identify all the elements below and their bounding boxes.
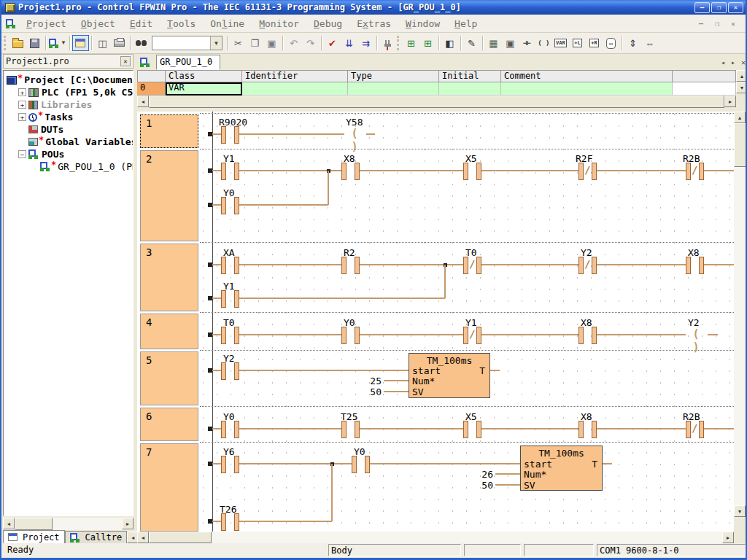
find-button[interactable] xyxy=(133,35,150,51)
rung-4-header[interactable]: 4 xyxy=(140,314,198,349)
open-project-button[interactable] xyxy=(9,35,26,51)
contact[interactable] xyxy=(341,257,360,273)
tree-item-tasks[interactable]: +*Tasks xyxy=(4,111,133,123)
print-button[interactable] xyxy=(111,35,128,51)
grid-hscrollbar[interactable]: ◂▸ xyxy=(137,96,736,108)
contact[interactable] xyxy=(221,421,239,437)
tree-item-libraries[interactable]: +Libraries xyxy=(4,98,133,111)
expand-toggle[interactable]: + xyxy=(18,88,26,96)
menu-edit[interactable]: Edit xyxy=(123,16,160,31)
menu-project[interactable]: Project xyxy=(19,16,74,31)
contact[interactable] xyxy=(221,257,239,273)
close-button[interactable]: ✕ xyxy=(728,2,743,13)
contact[interactable] xyxy=(463,421,481,437)
menu-online[interactable]: Online xyxy=(203,16,252,31)
scroll-right-button[interactable]: ▸ xyxy=(122,518,133,529)
grid-cell-class[interactable]: VAR xyxy=(166,82,242,96)
tab-gr-pou-1-0[interactable]: GR_POU_1_0 xyxy=(156,55,220,70)
coil[interactable]: ( ) xyxy=(344,127,366,141)
scroll-thumb[interactable] xyxy=(15,518,53,530)
menu-help[interactable]: Help xyxy=(447,16,484,31)
scroll-right-button[interactable]: ▸ xyxy=(722,532,734,543)
menu-window[interactable]: Window xyxy=(398,16,447,31)
expand-toggle[interactable]: − xyxy=(18,150,26,158)
coil[interactable]: ( ) xyxy=(686,327,708,342)
rung-6-header[interactable]: 6 xyxy=(140,408,198,441)
compile-all-button[interactable]: ⇉ xyxy=(357,35,374,51)
grid-vscrollbar[interactable]: ▴▾ xyxy=(736,70,747,96)
tree-item-project-c-documents[interactable]: *Project [C:\Documents xyxy=(4,74,133,86)
contact[interactable] xyxy=(352,456,370,472)
scroll-left-button[interactable]: ◂ xyxy=(137,96,149,107)
scroll-up-button[interactable]: ▴ xyxy=(734,112,746,123)
contact[interactable] xyxy=(221,327,239,343)
copy-button[interactable]: ❐ xyxy=(247,35,263,51)
negated-contact[interactable]: / xyxy=(463,257,481,273)
doc-next-button[interactable]: ▸ xyxy=(731,58,735,66)
rung-1-header[interactable]: 1 xyxy=(140,114,198,148)
sidebar-tab-project[interactable]: Project xyxy=(3,530,65,543)
insert-coil-button[interactable]: ( ) xyxy=(535,35,552,51)
rung-2-header[interactable]: 2 xyxy=(140,150,198,241)
grid-cell-type[interactable] xyxy=(348,82,439,96)
insert-network-after-button[interactable]: ⊞ xyxy=(419,35,436,51)
child-close-button[interactable]: ✕ xyxy=(728,20,738,28)
scroll-left-button[interactable]: ◂ xyxy=(3,518,15,529)
contact[interactable] xyxy=(686,257,704,273)
scroll-thumb[interactable] xyxy=(149,532,212,543)
project-panel-close-button[interactable]: ✕ xyxy=(120,56,131,66)
contact[interactable] xyxy=(221,126,239,142)
compile-incremental-button[interactable]: ⇊ xyxy=(341,35,357,51)
contact[interactable] xyxy=(341,421,360,437)
function-block-tm_100ms[interactable]: TM_100msstartNum*SVT xyxy=(409,353,490,398)
tree-item-global-variables[interactable]: *Global Variables xyxy=(4,136,133,148)
edit-mode-button[interactable]: ✎ xyxy=(463,35,480,51)
doc-prev-button[interactable]: ◂ xyxy=(721,58,725,66)
negated-contact[interactable]: / xyxy=(463,327,481,343)
contact[interactable] xyxy=(341,163,360,179)
horizontal-space-button[interactable]: ⇔ xyxy=(641,35,658,51)
vertical-space-button[interactable]: ⇕ xyxy=(624,35,641,51)
show-pou-window-button[interactable] xyxy=(72,35,89,51)
insert-network-before-button[interactable]: ⊞ xyxy=(403,35,419,51)
grid-cell-initial[interactable] xyxy=(439,82,501,96)
rung-3-header[interactable]: 3 xyxy=(140,244,198,311)
function-block-tm_100ms[interactable]: TM_100msstartNum*SVT xyxy=(520,446,603,491)
minimize-button[interactable]: — xyxy=(694,2,710,13)
contact[interactable] xyxy=(221,456,239,472)
tree-item-duts[interactable]: DUTs xyxy=(4,123,133,136)
variable-grid-button[interactable]: ▦ xyxy=(485,35,502,51)
check-pou-button[interactable]: ✔ xyxy=(324,35,341,51)
project-tree-hscrollbar[interactable]: ◂ ▸ xyxy=(3,518,133,530)
network-block-button[interactable]: ◧ xyxy=(441,35,458,51)
contact[interactable] xyxy=(221,362,239,378)
operand-label[interactable]: Y2 xyxy=(688,317,700,328)
child-minimize-button[interactable]: — xyxy=(696,20,706,28)
input-left-button[interactable]: +L xyxy=(569,35,586,51)
paste-button[interactable]: ▣ xyxy=(263,35,280,51)
rung-5-header[interactable]: 5 xyxy=(140,351,198,405)
contact[interactable] xyxy=(578,327,597,343)
scroll-down-button[interactable]: ▾ xyxy=(736,82,747,93)
input-value[interactable]: 50 xyxy=(470,480,493,491)
tree-item-gr-pou-1-0-prg[interactable]: *GR_POU_1_0 (PRG) xyxy=(4,160,133,173)
menu-debug[interactable]: Debug xyxy=(306,16,349,31)
function-block-button[interactable]: ▣ xyxy=(502,35,519,51)
scroll-down-button[interactable]: ▾ xyxy=(734,505,746,517)
contact[interactable] xyxy=(221,513,239,529)
child-restore-button[interactable]: ❐ xyxy=(712,20,722,28)
grid-cell-identifier[interactable] xyxy=(242,82,348,96)
comment-button[interactable]: … xyxy=(603,35,619,51)
save-project-button[interactable] xyxy=(26,35,43,51)
negated-contact[interactable]: / xyxy=(686,421,704,437)
contact[interactable] xyxy=(463,163,481,179)
cut-button[interactable]: ✂ xyxy=(230,35,247,51)
operand-label[interactable]: Y58 xyxy=(346,117,363,128)
scroll-up-button[interactable]: ▴ xyxy=(736,70,747,82)
input-value[interactable]: 26 xyxy=(470,469,493,480)
contact[interactable] xyxy=(341,327,360,343)
grid-cell-comment[interactable] xyxy=(501,82,673,96)
negated-contact[interactable]: / xyxy=(686,163,704,179)
find-combobox[interactable]: ▼ xyxy=(152,36,222,50)
output-right-button[interactable]: +R xyxy=(586,35,603,51)
